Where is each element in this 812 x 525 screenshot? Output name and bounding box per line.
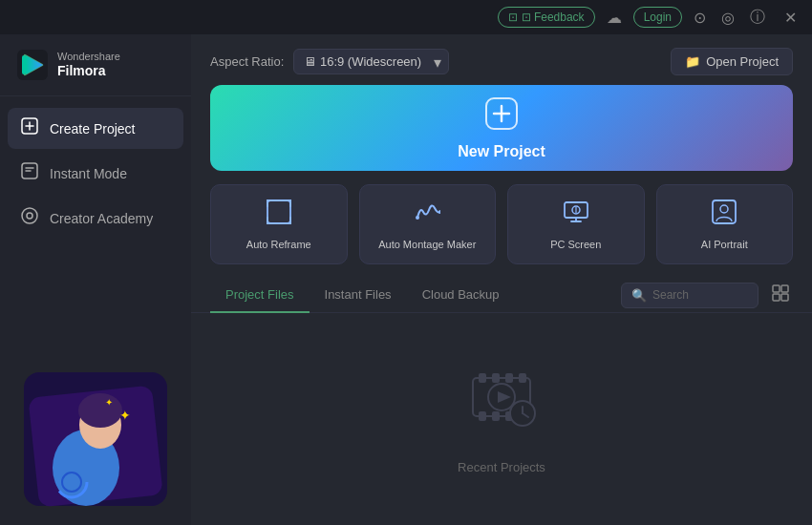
tab-project-files[interactable]: Project Files xyxy=(210,278,310,313)
sidebar: Wondershare Filmora Create Project xyxy=(0,34,191,525)
feature-tile-auto-montage[interactable]: Auto Montage Maker xyxy=(359,184,497,264)
sidebar-item-label-create: Create Project xyxy=(50,121,135,136)
tabs-right: 🔍 xyxy=(621,281,793,310)
brand-name: Wondershare xyxy=(57,51,120,63)
new-project-plus-icon xyxy=(484,96,519,137)
svg-rect-35 xyxy=(781,285,788,292)
svg-rect-40 xyxy=(492,373,500,383)
content-area: Aspect Ratio: 🖥 16:9 (Widescreen) 9:16 (… xyxy=(191,34,812,525)
logo-icon xyxy=(17,50,48,80)
open-project-label: Open Project xyxy=(706,54,779,69)
aspect-ratio-select-wrapper[interactable]: 🖥 16:9 (Widescreen) 9:16 (Portrait) 1:1 … xyxy=(293,49,449,74)
feature-tile-ai-portrait[interactable]: AI Portrait xyxy=(656,184,794,264)
open-project-button[interactable]: 📁 Open Project xyxy=(671,48,793,75)
content-header: Aspect Ratio: 🖥 16:9 (Widescreen) 9:16 (… xyxy=(191,34,812,85)
tabs-bar: Project Files Instant Files Cloud Backup… xyxy=(191,278,812,313)
svg-point-33 xyxy=(720,205,728,213)
svg-point-10 xyxy=(22,208,37,223)
login-button[interactable]: Login xyxy=(633,7,682,28)
empty-state-icon xyxy=(463,364,540,445)
headphones-icon[interactable]: ◎ xyxy=(717,5,738,31)
sidebar-item-creator-academy[interactable]: Creator Academy xyxy=(8,198,183,239)
info-icon[interactable]: ⓘ xyxy=(746,4,769,32)
svg-point-25 xyxy=(416,216,419,220)
logo-area: Wondershare Filmora xyxy=(0,34,191,96)
auto-montage-icon xyxy=(414,199,440,231)
pc-screen-icon xyxy=(563,199,589,231)
svg-marker-48 xyxy=(498,391,511,403)
ai-portrait-label: AI Portrait xyxy=(701,239,748,250)
pc-screen-label: PC Screen xyxy=(550,239,601,250)
svg-rect-2 xyxy=(22,55,26,74)
folder-icon: 📁 xyxy=(685,54,700,69)
ai-portrait-icon xyxy=(711,199,737,231)
svg-rect-44 xyxy=(492,411,500,421)
search-input[interactable] xyxy=(652,288,748,302)
feature-tile-pc-screen[interactable]: PC Screen xyxy=(507,184,645,264)
auto-reframe-icon xyxy=(266,199,292,231)
empty-state-text: Recent Projects xyxy=(458,460,545,474)
sidebar-item-label-academy: Creator Academy xyxy=(50,211,153,226)
svg-point-16 xyxy=(78,393,122,428)
content-body: Recent Projects xyxy=(191,313,812,525)
svg-text:✦: ✦ xyxy=(105,397,113,408)
instant-mode-icon xyxy=(21,162,38,184)
tab-instant-files[interactable]: Instant Files xyxy=(310,278,407,313)
feedback-label: ⊡ Feedback xyxy=(522,10,585,24)
feature-tiles: Auto Reframe Auto Montage Maker xyxy=(191,184,812,278)
grid-view-icon[interactable] xyxy=(768,281,793,310)
create-project-icon xyxy=(21,117,38,139)
feedback-button[interactable]: ⊡ ⊡ Feedback xyxy=(498,7,595,28)
new-project-banner[interactable]: New Project xyxy=(210,85,793,171)
svg-rect-41 xyxy=(505,373,513,383)
svg-rect-37 xyxy=(781,294,788,301)
svg-rect-42 xyxy=(519,373,526,383)
tab-instant-files-label: Instant Files xyxy=(325,287,392,302)
sidebar-item-label-instant: Instant Mode xyxy=(50,166,127,181)
cloud-icon[interactable]: ☁ xyxy=(603,5,626,31)
tab-cloud-backup-label: Cloud Backup xyxy=(422,287,500,302)
svg-rect-36 xyxy=(773,294,780,301)
new-project-label: New Project xyxy=(458,143,545,160)
auto-montage-label: Auto Montage Maker xyxy=(378,239,476,250)
svg-rect-24 xyxy=(267,200,290,223)
nav-items: Create Project Instant Mode xyxy=(0,96,191,250)
aspect-ratio-group: Aspect Ratio: 🖥 16:9 (Widescreen) 9:16 (… xyxy=(210,49,449,74)
sidebar-item-instant-mode[interactable]: Instant Mode xyxy=(8,153,183,194)
feedback-icon: ⊡ xyxy=(508,10,518,24)
svg-rect-43 xyxy=(479,411,486,421)
illustration-svg: ✦ ✦ xyxy=(14,344,177,515)
creator-academy-icon xyxy=(21,207,38,229)
aspect-ratio-label: Aspect Ratio: xyxy=(210,54,284,69)
svg-rect-34 xyxy=(773,285,780,292)
close-icon[interactable]: ✕ xyxy=(777,5,804,31)
svg-text:✦: ✦ xyxy=(119,408,131,423)
tab-cloud-backup[interactable]: Cloud Backup xyxy=(407,278,515,313)
login-label: Login xyxy=(644,10,672,24)
tab-project-files-label: Project Files xyxy=(225,287,294,302)
logo-text: Wondershare Filmora xyxy=(57,51,120,79)
svg-rect-39 xyxy=(479,373,486,383)
product-name: Filmora xyxy=(57,63,120,79)
sidebar-illustration: ✦ ✦ xyxy=(0,250,191,525)
search-box[interactable]: 🔍 xyxy=(621,283,759,308)
title-bar: ⊡ ⊡ Feedback ☁ Login ⊙ ◎ ⓘ ✕ xyxy=(0,0,812,34)
aspect-ratio-select[interactable]: 🖥 16:9 (Widescreen) 9:16 (Portrait) 1:1 … xyxy=(293,49,449,74)
auto-reframe-label: Auto Reframe xyxy=(246,239,311,250)
sidebar-item-create-project[interactable]: Create Project xyxy=(8,108,183,149)
svg-point-11 xyxy=(27,213,32,219)
search-icon: 🔍 xyxy=(631,288,647,303)
history-icon[interactable]: ⊙ xyxy=(690,5,710,31)
main-layout: Wondershare Filmora Create Project xyxy=(0,34,812,525)
feature-tile-auto-reframe[interactable]: Auto Reframe xyxy=(210,184,348,264)
